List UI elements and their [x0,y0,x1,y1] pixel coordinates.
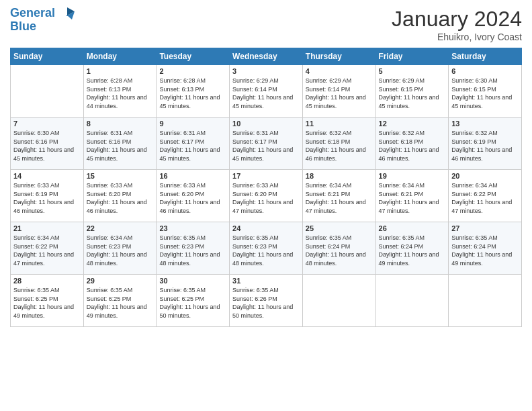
calendar-cell: 27Sunrise: 6:35 AMSunset: 6:24 PMDayligh… [449,222,522,275]
header-cell-wednesday: Wednesday [230,48,303,65]
logo: General Blue [10,7,75,34]
day-number: 1 [87,67,154,75]
day-info: Sunrise: 6:35 AMSunset: 6:23 PMDaylight:… [232,234,300,267]
calendar-cell [11,65,84,118]
day-info: Sunrise: 6:33 AMSunset: 6:20 PMDaylight:… [232,181,300,215]
calendar-week-row: 1Sunrise: 6:28 AMSunset: 6:13 PMDaylight… [11,65,522,118]
calendar-cell [449,275,522,327]
day-info: Sunrise: 6:28 AMSunset: 6:13 PMDaylight:… [87,77,154,110]
calendar-cell: 10Sunrise: 6:31 AMSunset: 6:17 PMDayligh… [230,118,303,170]
day-number: 12 [379,120,446,128]
calendar-week-row: 7Sunrise: 6:30 AMSunset: 6:16 PMDaylight… [11,118,522,170]
day-info: Sunrise: 6:29 AMSunset: 6:14 PMDaylight:… [232,77,300,110]
day-number: 22 [87,224,154,232]
calendar-cell: 5Sunrise: 6:29 AMSunset: 6:15 PMDaylight… [375,65,449,118]
day-number: 17 [232,172,300,180]
header: General Blue January 2024 Ehuikro, Ivory… [10,7,522,42]
day-number: 30 [159,277,226,285]
day-info: Sunrise: 6:34 AMSunset: 6:22 PMDaylight:… [13,234,81,267]
calendar-cell: 7Sunrise: 6:30 AMSunset: 6:16 PMDaylight… [11,118,84,170]
day-number: 16 [159,172,226,180]
day-number: 13 [451,120,519,128]
calendar-cell: 8Sunrise: 6:31 AMSunset: 6:16 PMDaylight… [83,118,157,170]
day-info: Sunrise: 6:29 AMSunset: 6:14 PMDaylight:… [306,77,373,110]
day-info: Sunrise: 6:34 AMSunset: 6:21 PMDaylight:… [379,181,446,215]
calendar-cell: 13Sunrise: 6:32 AMSunset: 6:19 PMDayligh… [449,118,522,170]
day-info: Sunrise: 6:35 AMSunset: 6:26 PMDaylight:… [232,286,300,320]
day-info: Sunrise: 6:31 AMSunset: 6:17 PMDaylight:… [159,129,226,163]
day-number: 11 [306,120,373,128]
calendar-cell: 29Sunrise: 6:35 AMSunset: 6:25 PMDayligh… [83,275,157,327]
calendar-week-row: 14Sunrise: 6:33 AMSunset: 6:19 PMDayligh… [11,170,522,222]
day-number: 25 [306,224,373,232]
calendar-header-row: SundayMondayTuesdayWednesdayThursdayFrid… [11,48,522,65]
day-number: 18 [306,172,373,180]
day-info: Sunrise: 6:34 AMSunset: 6:23 PMDaylight:… [87,234,154,267]
day-info: Sunrise: 6:32 AMSunset: 6:19 PMDaylight:… [451,129,519,163]
calendar-cell: 14Sunrise: 6:33 AMSunset: 6:19 PMDayligh… [11,170,84,222]
day-info: Sunrise: 6:30 AMSunset: 6:16 PMDaylight:… [13,129,81,163]
calendar-cell [375,275,449,327]
day-info: Sunrise: 6:34 AMSunset: 6:21 PMDaylight:… [306,181,373,215]
day-info: Sunrise: 6:34 AMSunset: 6:22 PMDaylight:… [451,181,519,215]
month-title: January 2024 [392,7,522,32]
header-cell-tuesday: Tuesday [157,48,230,65]
calendar-cell: 11Sunrise: 6:32 AMSunset: 6:18 PMDayligh… [302,118,375,170]
calendar-cell: 1Sunrise: 6:28 AMSunset: 6:13 PMDaylight… [83,65,157,118]
calendar-cell: 30Sunrise: 6:35 AMSunset: 6:25 PMDayligh… [157,275,230,327]
title-block: January 2024 Ehuikro, Ivory Coast [392,7,522,42]
calendar-cell: 21Sunrise: 6:34 AMSunset: 6:22 PMDayligh… [11,222,84,275]
calendar-cell: 28Sunrise: 6:35 AMSunset: 6:25 PMDayligh… [11,275,84,327]
day-info: Sunrise: 6:35 AMSunset: 6:25 PMDaylight:… [87,286,154,320]
day-info: Sunrise: 6:31 AMSunset: 6:17 PMDaylight:… [232,129,300,163]
calendar-week-row: 21Sunrise: 6:34 AMSunset: 6:22 PMDayligh… [11,222,522,275]
day-number: 19 [379,172,446,180]
day-info: Sunrise: 6:35 AMSunset: 6:24 PMDaylight:… [306,234,373,267]
day-number: 4 [306,67,373,75]
calendar-cell: 22Sunrise: 6:34 AMSunset: 6:23 PMDayligh… [83,222,157,275]
calendar-cell: 18Sunrise: 6:34 AMSunset: 6:21 PMDayligh… [302,170,375,222]
calendar-cell: 9Sunrise: 6:31 AMSunset: 6:17 PMDaylight… [157,118,230,170]
calendar-cell: 3Sunrise: 6:29 AMSunset: 6:14 PMDaylight… [230,65,303,118]
calendar-table: SundayMondayTuesdayWednesdayThursdayFrid… [10,48,522,327]
calendar-cell: 4Sunrise: 6:29 AMSunset: 6:14 PMDaylight… [302,65,375,118]
header-cell-thursday: Thursday [302,48,375,65]
day-info: Sunrise: 6:32 AMSunset: 6:18 PMDaylight:… [379,129,446,163]
calendar-page: General Blue January 2024 Ehuikro, Ivory… [0,0,532,411]
day-info: Sunrise: 6:32 AMSunset: 6:18 PMDaylight:… [306,129,373,163]
day-number: 6 [451,67,519,75]
calendar-cell: 19Sunrise: 6:34 AMSunset: 6:21 PMDayligh… [375,170,449,222]
calendar-cell: 15Sunrise: 6:33 AMSunset: 6:20 PMDayligh… [83,170,157,222]
day-number: 8 [87,120,154,128]
calendar-cell: 6Sunrise: 6:30 AMSunset: 6:15 PMDaylight… [449,65,522,118]
calendar-cell: 24Sunrise: 6:35 AMSunset: 6:23 PMDayligh… [230,222,303,275]
logo-bird-icon [60,7,75,19]
calendar-cell: 2Sunrise: 6:28 AMSunset: 6:13 PMDaylight… [157,65,230,118]
day-info: Sunrise: 6:35 AMSunset: 6:25 PMDaylight:… [159,286,226,320]
calendar-cell: 12Sunrise: 6:32 AMSunset: 6:18 PMDayligh… [375,118,449,170]
day-info: Sunrise: 6:35 AMSunset: 6:25 PMDaylight:… [13,286,81,320]
day-info: Sunrise: 6:29 AMSunset: 6:15 PMDaylight:… [379,77,446,110]
header-cell-monday: Monday [83,48,157,65]
day-number: 26 [379,224,446,232]
day-number: 10 [232,120,300,128]
day-info: Sunrise: 6:33 AMSunset: 6:20 PMDaylight:… [159,181,226,215]
calendar-week-row: 28Sunrise: 6:35 AMSunset: 6:25 PMDayligh… [11,275,522,327]
day-info: Sunrise: 6:35 AMSunset: 6:23 PMDaylight:… [159,234,226,267]
header-cell-sunday: Sunday [11,48,84,65]
calendar-cell: 25Sunrise: 6:35 AMSunset: 6:24 PMDayligh… [302,222,375,275]
day-number: 20 [451,172,519,180]
day-number: 23 [159,224,226,232]
day-number: 3 [232,67,300,75]
header-cell-friday: Friday [375,48,449,65]
calendar-cell [302,275,375,327]
calendar-cell: 20Sunrise: 6:34 AMSunset: 6:22 PMDayligh… [449,170,522,222]
day-number: 15 [87,172,154,180]
logo-text: General [10,7,75,20]
day-number: 14 [13,172,81,180]
calendar-cell: 26Sunrise: 6:35 AMSunset: 6:24 PMDayligh… [375,222,449,275]
day-number: 21 [13,224,81,232]
calendar-cell: 23Sunrise: 6:35 AMSunset: 6:23 PMDayligh… [157,222,230,275]
day-info: Sunrise: 6:33 AMSunset: 6:19 PMDaylight:… [13,181,81,215]
day-info: Sunrise: 6:35 AMSunset: 6:24 PMDaylight:… [451,234,519,267]
